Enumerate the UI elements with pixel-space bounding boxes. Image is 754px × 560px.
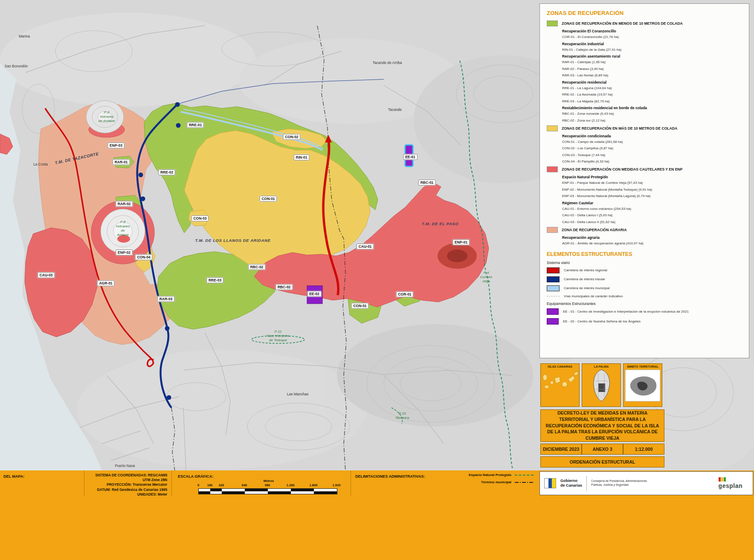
legend-item: CAU-02 - Delta Lávico I (5,93 ha)	[562, 213, 743, 217]
legend-item: RRE-02 - La Asomada (19,57 ha)	[562, 93, 743, 96]
ee-02-zone	[307, 286, 322, 304]
legend-group-heading: ZONAS DE RECUPERACIÓN EN MENOS DE 10 MET…	[562, 21, 683, 26]
legend-subgroup-title: Recuperación condicionada	[562, 134, 743, 138]
legend-item: RIN-01 - Callejón de la Gata (27,91 ha)	[562, 48, 743, 52]
scale-bar-segment	[291, 491, 314, 494]
map-info-label: DEL MAPA:	[3, 474, 81, 479]
map-title: DECRETO-LEY DE MEDIDAS EN MATERIA TERRIT…	[545, 410, 660, 441]
scale-bar-segment	[222, 491, 245, 494]
legend-panel: ZONAS DE RECUPERACIÓN ZONAS DE RECUPERAC…	[539, 3, 749, 358]
gobierno-canarias-label: Gobierno de Canarias	[560, 479, 582, 488]
coordinate-system-line: SISTEMA DE COORDENADAS: REGCAN95 UTM Zon…	[89, 473, 167, 482]
coordinate-system-line: UNIDADES: Meter	[89, 492, 167, 497]
scale-bar-segments	[198, 488, 337, 494]
legend-group-heading: ZONAS DE RECUPERACIÓN CON MEDIDAS CAUTEL…	[562, 167, 682, 171]
map-title-block: DECRETO-LEY DE MEDIDAS EN MATERIA TERRIT…	[540, 409, 664, 442]
la-palma-map	[582, 368, 621, 404]
coordinate-system-line: DATUM: Red Geodesica de Canarias 1995	[89, 487, 167, 492]
scale-tick: 1.920	[333, 483, 341, 487]
footer-map-info: DEL MAPA:	[0, 470, 84, 496]
legend-subgroup-title: Régimen Cautelar	[562, 201, 743, 205]
salmon-zone-swatch	[547, 227, 558, 233]
gesplan-logo: gesplan	[719, 477, 748, 489]
legend-item: RRE-03 - La Majada (62,75 ha)	[562, 99, 743, 103]
legend-item: RAR-02 - Paraíso (3,40 ha)	[562, 67, 743, 71]
islas-canarias-map	[541, 368, 579, 404]
map-sheet: RRE-01CON-02ENP-03EE-01RIN-01RAR-01RRE-0…	[0, 0, 754, 560]
scale-tick: 640	[242, 483, 247, 487]
delimitation-label: Término municipal	[481, 480, 511, 484]
green-zone-swatch	[547, 20, 558, 26]
equipment-legend-row: EE - 02 - Centro de Nuestra Señora de lo…	[547, 318, 743, 325]
structural-elements-title: ELEMENTOS ESTRUCTURANTES	[547, 251, 743, 257]
legend-item: CON-03 - Todoque (7,44 ha)	[562, 153, 743, 157]
scale-tick: 1.280	[287, 483, 295, 487]
legend-group-heading-row: ZONAS DE RECUPERACIÓN CON MEDIDAS CAUTEL…	[547, 166, 743, 172]
scale-cell: 1:12.000	[623, 444, 664, 455]
scale-unit-label: Metros	[198, 479, 339, 483]
legend-item: RAR-03 - Las Norias (6,89 ha)	[562, 73, 743, 77]
legend-item: ENP-01 - Parque Natural de Cumbre Vieja …	[562, 181, 743, 185]
legend-group-heading: ZONAS DE RECUPERACIÓN EN MÁS DE 10 METRO…	[562, 126, 677, 131]
scale-bar-segment	[210, 491, 222, 494]
delimitation-row: Término municipal	[444, 480, 534, 484]
consejeria-label: Consejería de Presidencia, Administracio…	[591, 479, 655, 487]
road-system-title: Sistema viario	[547, 261, 743, 265]
municipal-boundary-sample	[515, 482, 534, 483]
scale-tick: 0	[197, 483, 199, 487]
legend-group-heading-row: ZONAS DE RECUPERACIÓN EN MENOS DE 10 MET…	[547, 20, 743, 26]
inset-label: ÁMBITO TERRITORIAL	[624, 364, 662, 368]
legend-subgroup-title: Recuperación El Coranzoncillo	[562, 29, 743, 33]
inset-label: ISLAS CANARIAS	[541, 364, 579, 368]
scale-bar-segment	[314, 491, 337, 494]
legend-group-heading: ZONA DE RECUPERACIÓN AGRARIA	[562, 228, 627, 232]
legend-item: AGR-01 - Ámbito de recuperación agraria …	[562, 241, 743, 245]
road-legend-list: Carretera de interés regionalCarretera d…	[546, 267, 743, 298]
scale-bar-segment	[199, 491, 210, 494]
scale-tick: 320	[219, 483, 224, 487]
legend-group-heading-row: ZONAS DE RECUPERACIÓN EN MÁS DE 10 METRO…	[547, 125, 743, 131]
road-legend-label: Carretera de interés regional	[564, 268, 607, 272]
legend-groups: ZONAS DE RECUPERACIÓN EN MENOS DE 10 MET…	[546, 20, 743, 245]
equipment-legend-row: EE - 01 - Centro de Investigación e Inte…	[547, 308, 743, 315]
enp-boundary-sample	[515, 475, 534, 476]
legend-group: ZONAS DE RECUPERACIÓN CON MEDIDAS CAUTEL…	[546, 166, 743, 224]
yellow-zone-swatch	[547, 125, 558, 131]
dashed-road-swatch	[547, 296, 560, 296]
inset-ambito-territorial: ÁMBITO TERRITORIAL	[623, 363, 662, 407]
inset-label: LA PALMA	[582, 364, 621, 368]
road-legend-row: Carretera de interés insular	[547, 276, 743, 282]
legend-subgroup-title: Restablecimiento residencial en borde de…	[562, 106, 743, 110]
equipment-swatch	[547, 318, 559, 325]
meta-row: DICIEMBRE 2023 ANEXO 3 1:12.000	[540, 444, 664, 455]
footer-admin-delimitations: DELIMITACIONES ADMINISTRATIVAS: Espacio …	[351, 470, 539, 496]
legend-subgroup-title: Recuperación industrial	[562, 42, 743, 46]
road-legend-label: Vías municipales de carácter indicativo	[564, 294, 623, 298]
legend-subgroup-title: Recuperación agraria	[562, 235, 743, 240]
regional-road-swatch	[547, 267, 560, 273]
scale-tick: 1.600	[310, 483, 318, 487]
legend-subgroup-title: Recuperación residencial	[562, 80, 743, 84]
gesplan-label: gesplan	[719, 482, 742, 489]
legend-item: RRE-01 - La Laguna (104,64 ha)	[562, 86, 743, 90]
legend-title: ZONAS DE RECUPERACIÓN	[547, 10, 743, 16]
scale-bar-segment	[245, 491, 268, 494]
red-zone-swatch	[547, 166, 558, 172]
legend-item: ENP-03 - Monumento Natural (Montaña Lagu…	[562, 194, 743, 198]
map-footer: DEL MAPA: SISTEMA DE COORDENADAS: REGCAN…	[0, 470, 754, 560]
legend-item: CAU-03 - Delta Lávico II (51,62 ha)	[562, 220, 743, 224]
logo-divider	[586, 476, 587, 490]
equipments-title: Equipamientos Estructurantes	[547, 302, 743, 306]
road-legend-row: Vías municipales de carácter indicativo	[547, 294, 743, 298]
legend-item: RAR-01 - Cabrejas (1,95 ha)	[562, 60, 743, 64]
equipment-legend-label: EE - 01 - Centro de Investigación e Inte…	[563, 310, 689, 313]
legend-item: CAU-01 - Entorno cono volcánico (254,53 …	[562, 207, 743, 211]
legend-item: CON-01 - Campo de colada (261,58 ha)	[562, 140, 743, 144]
inset-islas-canarias: ISLAS CANARIAS	[540, 363, 580, 407]
legend-subgroup-title: Recuperación asentamiento rural	[562, 54, 743, 58]
equipment-swatch	[547, 308, 559, 315]
sheet-subtitle: ORDENACIÓN ESTRUCTURAL	[540, 456, 664, 467]
legend-item: COR-01 - El Coranzoncillo (21,76 ha)	[562, 35, 743, 39]
scale-tick-labels: 01603206409601.2801.6001.920	[198, 483, 339, 487]
footer-coordinate-system: SISTEMA DE COORDENADAS: REGCAN95 UTM Zon…	[84, 470, 171, 496]
